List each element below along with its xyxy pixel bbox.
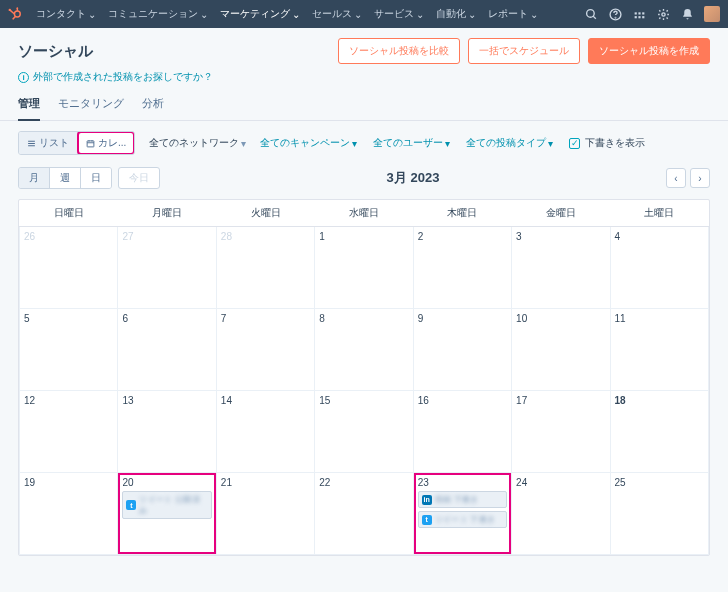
scheduled-post[interactable]: in投稿 下書き bbox=[418, 491, 507, 508]
help-icon[interactable] bbox=[608, 7, 622, 21]
external-posts-link[interactable]: 外部で作成された投稿をお探しですか？ bbox=[33, 70, 213, 84]
calendar-cell[interactable]: 20tツイート 公開済み bbox=[118, 473, 216, 555]
page-header: ソーシャル ソーシャル投稿を比較 一括でスケジュール ソーシャル投稿を作成 bbox=[0, 28, 728, 70]
day-number: 28 bbox=[221, 231, 310, 242]
nav-item-2[interactable]: マーケティング⌄ bbox=[214, 0, 306, 28]
calendar-cell[interactable]: 24 bbox=[512, 473, 610, 555]
top-nav: コンタクト⌄コミュニケーション⌄マーケティング⌄セールス⌄サービス⌄自動化⌄レポ… bbox=[0, 0, 728, 28]
settings-icon[interactable] bbox=[656, 7, 670, 21]
calendar-cell[interactable]: 7 bbox=[216, 309, 314, 391]
calendar-cell[interactable]: 11 bbox=[610, 309, 708, 391]
dow-header: 月曜日 bbox=[118, 200, 216, 227]
calendar-cell[interactable]: 13 bbox=[118, 391, 216, 473]
list-view-button[interactable]: リスト bbox=[19, 132, 78, 154]
linkedin-icon: in bbox=[422, 495, 432, 505]
day-number: 1 bbox=[319, 231, 408, 242]
svg-rect-16 bbox=[642, 16, 644, 18]
tab-1[interactable]: モニタリング bbox=[58, 90, 124, 120]
day-number: 22 bbox=[319, 477, 408, 488]
day-number: 8 bbox=[319, 313, 408, 324]
calendar-cell[interactable]: 2 bbox=[413, 227, 511, 309]
svg-rect-21 bbox=[87, 140, 94, 146]
tab-2[interactable]: 分析 bbox=[142, 90, 164, 120]
period-week[interactable]: 週 bbox=[50, 168, 81, 188]
show-drafts-checkbox[interactable]: 下書きを表示 bbox=[567, 133, 647, 153]
nav-item-3[interactable]: セールス⌄ bbox=[306, 0, 368, 28]
day-number: 27 bbox=[122, 231, 211, 242]
nav-item-6[interactable]: レポート⌄ bbox=[482, 0, 544, 28]
dow-header: 土曜日 bbox=[610, 200, 708, 227]
day-number: 13 bbox=[122, 395, 211, 406]
period-day[interactable]: 日 bbox=[81, 168, 111, 188]
calendar-cell[interactable]: 21 bbox=[216, 473, 314, 555]
calendar-cell[interactable]: 18 bbox=[610, 391, 708, 473]
create-post-button[interactable]: ソーシャル投稿を作成 bbox=[588, 38, 710, 64]
bulk-schedule-button[interactable]: 一括でスケジュール bbox=[468, 38, 580, 64]
hint-row: i 外部で作成された投稿をお探しですか？ bbox=[0, 70, 728, 90]
calendar-cell[interactable]: 12 bbox=[20, 391, 118, 473]
calendar-cell[interactable]: 10 bbox=[512, 309, 610, 391]
day-number: 3 bbox=[516, 231, 605, 242]
day-number: 24 bbox=[516, 477, 605, 488]
nav-item-4[interactable]: サービス⌄ bbox=[368, 0, 430, 28]
hubspot-logo-icon[interactable] bbox=[8, 7, 22, 21]
calendar-cell[interactable]: 8 bbox=[315, 309, 413, 391]
twitter-icon: t bbox=[126, 500, 136, 510]
calendar-cell[interactable]: 17 bbox=[512, 391, 610, 473]
calendar-cell[interactable]: 15 bbox=[315, 391, 413, 473]
calendar-cell[interactable]: 4 bbox=[610, 227, 708, 309]
network-filter[interactable]: 全てのネットワーク▾ bbox=[147, 133, 248, 153]
notifications-icon[interactable] bbox=[680, 7, 694, 21]
calendar-cell[interactable]: 16 bbox=[413, 391, 511, 473]
tab-0[interactable]: 管理 bbox=[18, 90, 40, 121]
calendar-cell[interactable]: 25 bbox=[610, 473, 708, 555]
period-month[interactable]: 月 bbox=[19, 168, 50, 188]
dow-header: 金曜日 bbox=[512, 200, 610, 227]
day-number: 14 bbox=[221, 395, 310, 406]
list-view-label: リスト bbox=[39, 136, 69, 150]
compare-button[interactable]: ソーシャル投稿を比較 bbox=[338, 38, 460, 64]
calendar-cell[interactable]: 6 bbox=[118, 309, 216, 391]
calendar-cell[interactable]: 9 bbox=[413, 309, 511, 391]
calendar-cell[interactable]: 5 bbox=[20, 309, 118, 391]
day-number: 11 bbox=[615, 313, 704, 324]
calendar-cell[interactable]: 26 bbox=[20, 227, 118, 309]
day-number: 6 bbox=[122, 313, 211, 324]
nav-item-1[interactable]: コミュニケーション⌄ bbox=[102, 0, 214, 28]
svg-point-6 bbox=[12, 18, 14, 20]
calendar-view-label: カレ... bbox=[98, 136, 126, 150]
nav-item-5[interactable]: 自動化⌄ bbox=[430, 0, 482, 28]
twitter-icon: t bbox=[422, 515, 432, 525]
day-number: 16 bbox=[418, 395, 507, 406]
account-avatar[interactable] bbox=[704, 6, 720, 22]
calendar-cell[interactable]: 22 bbox=[315, 473, 413, 555]
info-icon: i bbox=[18, 72, 29, 83]
day-number: 5 bbox=[24, 313, 113, 324]
toolbar: リスト カレ... 全てのネットワーク▾ 全てのキャンペーン▾ 全てのユーザー▾… bbox=[0, 121, 728, 165]
next-month-button[interactable]: › bbox=[690, 168, 710, 188]
svg-point-17 bbox=[661, 12, 664, 15]
calendar-cell[interactable]: 14 bbox=[216, 391, 314, 473]
calendar-view-button[interactable]: カレ... bbox=[78, 132, 134, 154]
day-number: 15 bbox=[319, 395, 408, 406]
prev-month-button[interactable]: ‹ bbox=[666, 168, 686, 188]
post-type-filter[interactable]: 全ての投稿タイプ▾ bbox=[464, 133, 555, 153]
marketplace-icon[interactable] bbox=[632, 7, 646, 21]
section-tabs: 管理モニタリング分析 bbox=[0, 90, 728, 121]
today-button[interactable]: 今日 bbox=[118, 167, 160, 189]
calendar-cell[interactable]: 27 bbox=[118, 227, 216, 309]
calendar-cell[interactable]: 1 bbox=[315, 227, 413, 309]
calendar-cell[interactable]: 3 bbox=[512, 227, 610, 309]
search-icon[interactable] bbox=[584, 7, 598, 21]
nav-item-0[interactable]: コンタクト⌄ bbox=[30, 0, 102, 28]
calendar: 日曜日月曜日火曜日水曜日木曜日金曜日土曜日 262728123456789101… bbox=[18, 199, 710, 556]
campaign-filter[interactable]: 全てのキャンペーン▾ bbox=[258, 133, 359, 153]
user-filter[interactable]: 全てのユーザー▾ bbox=[371, 133, 452, 153]
scheduled-post[interactable]: tツイート 公開済み bbox=[122, 491, 211, 519]
calendar-cell[interactable]: 19 bbox=[20, 473, 118, 555]
scheduled-post[interactable]: tツイート 下書き bbox=[418, 511, 507, 528]
calendar-cell[interactable]: 28 bbox=[216, 227, 314, 309]
calendar-cell[interactable]: 23in投稿 下書きtツイート 下書き bbox=[413, 473, 511, 555]
svg-rect-11 bbox=[634, 12, 636, 14]
day-number: 21 bbox=[221, 477, 310, 488]
